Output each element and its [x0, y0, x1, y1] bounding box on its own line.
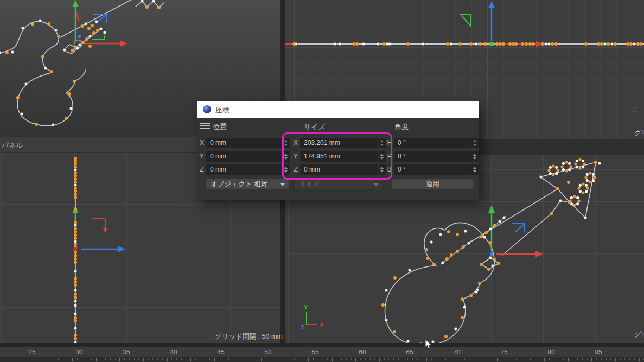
ruler-number: 40 [170, 348, 177, 356]
angle-p-field[interactable]: 0 ° [394, 151, 471, 162]
position-x-spinner[interactable] [283, 138, 290, 148]
size-z-label: Z [292, 164, 299, 175]
angle-b-label: B [386, 164, 393, 175]
ruler-number: 25 [28, 348, 35, 356]
angle-b-spinner[interactable] [471, 164, 479, 175]
position-z-field[interactable]: 0 mm [206, 164, 282, 175]
svg-text:Z: Z [301, 324, 304, 331]
chevron-down-icon [374, 183, 378, 186]
mode-dropdown-value: オブジェクト:相対 [211, 180, 267, 188]
angle-h-spinner[interactable] [471, 138, 479, 148]
ruler-number: 65 [406, 348, 413, 356]
position-z-spinner[interactable] [283, 164, 290, 175]
cinema4d-app-icon [203, 105, 211, 113]
position-x-field[interactable]: 0 mm [206, 138, 282, 148]
timeline-ruler[interactable]: 25303540455055606570758085 [0, 347, 644, 362]
angle-h-field[interactable]: 0 ° [394, 138, 471, 148]
grid-spacing-label-clipped-top: グリ [633, 128, 644, 138]
angle-header: 角度 [394, 122, 409, 132]
size-y-spinner[interactable] [379, 151, 386, 162]
ruler-number: 70 [453, 348, 460, 356]
minimize-button[interactable]: – [610, 101, 627, 118]
position-y-label: Y [199, 151, 205, 162]
svg-text:X: X [320, 322, 324, 328]
svg-text:Y: Y [304, 304, 308, 310]
position-x-label: X [199, 138, 205, 148]
position-y-spinner[interactable] [283, 151, 290, 162]
ruler-number: 75 [500, 348, 507, 356]
ruler-number: 80 [547, 348, 554, 356]
ruler-number: 30 [75, 348, 82, 356]
position-z-label: Z [199, 164, 205, 175]
menu-item-panel[interactable]: パネル [0, 141, 27, 150]
viewport-bottom-edge [0, 343, 644, 347]
size-z-spinner[interactable] [379, 164, 386, 175]
grid-spacing-label-clipped-bottom: グリ [633, 329, 644, 340]
size-z-field[interactable]: 0 mm [300, 164, 378, 175]
position-header: 位置 [213, 122, 227, 132]
ruler-number: 50 [264, 348, 271, 356]
chevron-down-icon [280, 183, 285, 186]
maximize-button[interactable]: □ [627, 101, 643, 118]
angle-p-spinner[interactable] [471, 151, 479, 162]
grid-spacing-label: グリッド間隔 : 50 mm [215, 331, 279, 342]
size-y-field[interactable]: 174.951 mm [300, 151, 378, 162]
size-y-label: Y [292, 151, 299, 162]
ruler-number: 45 [217, 348, 224, 356]
timeline-ticks[interactable] [0, 358, 644, 362]
ruler-number: 60 [359, 348, 366, 356]
angle-h-label: H [386, 138, 393, 148]
apply-button[interactable]: 適用 [392, 179, 474, 189]
timeline-numbers[interactable]: 25303540455055606570758085 [0, 347, 644, 358]
angle-b-field[interactable]: 0 ° [394, 164, 471, 175]
ruler-number: 55 [311, 348, 318, 356]
dialog-titlebar[interactable]: 座標 – □ ✕ [197, 101, 479, 118]
size-x-spinner[interactable] [379, 138, 386, 148]
angle-p-label: P [386, 151, 393, 162]
cinema4d-workspace: YXZ パネル グリッド間隔 : 50 mm グリ グリ 25303540455… [0, 0, 644, 362]
size-x-field[interactable]: 203.201 mm [300, 138, 378, 148]
coordinates-dialog[interactable]: 座標 – □ ✕ 位置 サイズ 角度 X 0 mm Y 0 mm Z 0 mm … [197, 101, 479, 200]
position-y-field[interactable]: 0 mm [206, 151, 282, 162]
menu-icon[interactable] [200, 123, 210, 130]
ruler-number: 35 [123, 348, 130, 356]
mode-dropdown[interactable]: オブジェクト:相対 [206, 179, 289, 189]
size-mode-dropdown-value: サイズ [299, 180, 320, 188]
size-header: サイズ [304, 122, 326, 132]
dialog-title: 座標 [215, 105, 229, 115]
ruler-number: 85 [595, 348, 602, 356]
size-mode-dropdown[interactable]: サイズ [295, 179, 382, 189]
size-x-label: X [292, 138, 299, 148]
